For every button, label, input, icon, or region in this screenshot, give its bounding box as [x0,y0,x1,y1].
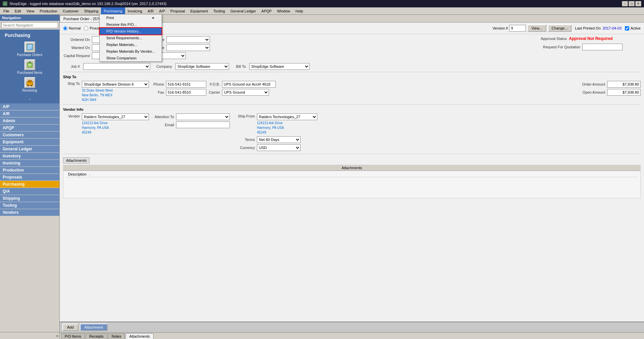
menu-print[interactable]: Print ► [100,14,162,21]
minimize-button[interactable]: – [622,1,628,6]
vendor-label: Vendor [63,113,80,118]
menu-customer[interactable]: Customer [60,7,82,14]
menu-edit[interactable]: Edit [12,7,24,14]
nav-scroll-down[interactable]: ⌄ [28,95,32,101]
nav-item-ap[interactable]: A/P [0,103,59,110]
carrier-select[interactable]: UPS Ground [222,89,269,96]
vendor-middle: Attention To Email [152,113,230,128]
vendor-select[interactable]: Raiders Technologies_27 [82,113,149,120]
active-checkbox[interactable] [625,26,629,31]
tab-attachments[interactable]: Attachments [125,333,153,339]
menu-receive-po[interactable]: Receive this P/O... [100,21,162,28]
fax-label: Fax [152,90,164,94]
menu-replan-by-vendor[interactable]: Replan Materials By Vendor... [100,48,162,55]
nav-item-inventory[interactable]: Inventory [0,153,59,159]
view-button[interactable]: View... [527,25,546,32]
submenu-arrow: ► [152,16,155,19]
menu-show-comparison[interactable]: Show Comparison [100,55,162,61]
menu-replan-materials[interactable]: Replan Materials... [100,41,162,48]
nav-item-general-ledger[interactable]: General Ledger [0,146,59,152]
menu-invoicing[interactable]: Invoicing [125,7,145,14]
terms-select[interactable]: Net 60 Days [257,136,301,143]
nav-purchased-items[interactable]: Purchased Items [2,58,57,76]
tab-receipts[interactable]: Receipts [86,333,107,339]
menu-po-version-history[interactable]: P/O Version History... [100,28,162,35]
nav-item-production[interactable]: Production [0,167,59,174]
expand-icon[interactable]: » [56,333,59,338]
menu-window[interactable]: Window [274,7,293,14]
attachments-container: Attachments Description ↕ [63,165,641,198]
nav-item-admin[interactable]: Admin [0,117,59,124]
nav-item-shipping[interactable]: Shipping [0,195,59,202]
add-button[interactable]: Add [62,324,78,331]
attachment-button[interactable]: Attachment [80,324,108,331]
email-input[interactable] [176,122,230,128]
menu-ap[interactable]: A/P [156,7,168,14]
nav-item-ar[interactable]: A/R [0,110,59,117]
normal-radio[interactable] [63,26,67,31]
nav-item-proposals[interactable]: Proposals [0,174,59,181]
ship-from-select[interactable]: Raiders Technologies_27 [257,113,317,120]
fax-input[interactable] [166,89,206,96]
sort-icon[interactable]: ↕ [89,173,91,176]
nav-item-purchasing[interactable]: Purchasing [0,181,59,188]
rfq-input[interactable] [582,44,623,50]
menu-ar[interactable]: A/R [145,7,156,14]
menu-shipping[interactable]: Shipping [82,7,101,14]
sidebar: Navigation Purchasing Purchase Orders [0,15,60,339]
nav-item-invoicing[interactable]: Invoicing [0,160,59,166]
nav-receiving[interactable]: Receiving [2,76,57,94]
job-select[interactable] [83,63,150,70]
menu-purchasing[interactable]: Purchasing [101,7,125,14]
receiving-label: Receiving [22,89,37,92]
phone-input[interactable] [166,81,206,88]
nav-item-qa[interactable]: Q/A [0,188,59,195]
change-button[interactable]: Change... [548,25,572,32]
search-input[interactable] [1,22,58,28]
fob-input[interactable] [222,81,276,88]
ship-to-row: Ship To ShopEdge Software Division 6 32 … [60,80,644,103]
purchased-items-icon [24,59,35,70]
tab-po-items[interactable]: P/O Items [61,333,85,339]
menu-proposal[interactable]: Proposal [168,7,187,14]
menu-file[interactable]: File [1,7,12,14]
ship-to-select[interactable]: ShopEdge Software Division 6 [82,81,149,88]
nav-item-vendors[interactable]: Vendors [0,209,59,216]
nav-item-customers[interactable]: Customers [0,132,59,138]
menu-view[interactable]: View [24,7,37,14]
effective-date-select[interactable] [166,36,210,43]
menu-equipment[interactable]: Equipment [187,7,211,14]
menu-general-ledger[interactable]: General Ledger [228,7,259,14]
company-label: Company [154,64,172,68]
processor-radio[interactable] [84,26,88,31]
job-company-row: Job # Company ShopEdge Software Bill To … [60,62,644,70]
approval-row: Approval Status Approval Not Required [540,36,641,41]
nav-purchase-orders[interactable]: Purchase Orders [2,40,57,58]
terms-label: Terms [233,138,255,142]
vendor-left: Vendor Raiders Technologies_27 124213 Ar… [63,113,149,135]
close-button[interactable]: ✕ [635,1,641,6]
nav-item-tooling[interactable]: Tooling [0,202,59,209]
currency-select[interactable]: USD [257,144,301,151]
tab-notes[interactable]: Notes [108,333,125,339]
nav-item-equipment[interactable]: Equipment [0,139,59,145]
nav-item-apqp[interactable]: APQP [0,125,59,131]
menu-production[interactable]: Production [37,7,60,14]
menu-send-requirements[interactable]: Send Requirements... [100,35,162,41]
bill-to-select[interactable]: ShopEdge Software [249,63,310,70]
menu-help[interactable]: Help [293,7,306,14]
vendor-row: Vendor Raiders Technologies_27 124213 Ar… [60,113,644,152]
ship-to-control: ShopEdge Software Division 6 32 Duke Str… [82,81,149,102]
company-select[interactable]: ShopEdge Software [175,63,229,70]
attachments-title: Attachments [63,157,90,163]
menu-apqp[interactable]: APQP [259,7,274,14]
attention-select[interactable] [176,113,230,120]
restore-button[interactable]: ◻ [629,1,635,6]
purchasing-dropdown: Print ► Receive this P/O... P/O Version … [99,14,162,62]
capital-request-label: Capital Request [63,54,90,58]
expiry-date-select[interactable] [166,44,210,51]
menu-tooling[interactable]: Tooling [211,7,228,14]
bill-to-label: Bill To [232,64,246,68]
title-text: ShopEdge - logged into database react2db… [9,2,166,6]
version-input[interactable] [509,25,526,32]
